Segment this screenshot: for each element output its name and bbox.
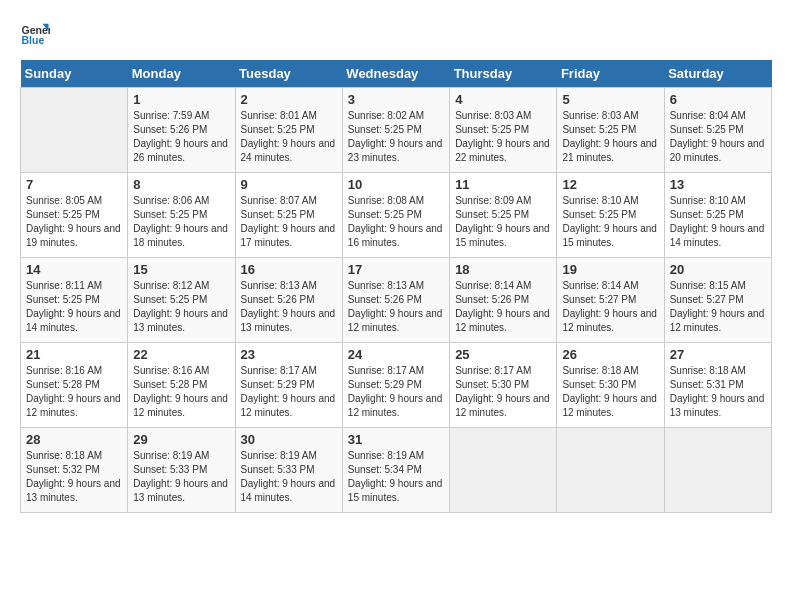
day-info: Sunrise: 8:13 AMSunset: 5:26 PMDaylight:… [348, 279, 444, 335]
day-info: Sunrise: 8:17 AMSunset: 5:29 PMDaylight:… [348, 364, 444, 420]
calendar-week-row: 14 Sunrise: 8:11 AMSunset: 5:25 PMDaylig… [21, 258, 772, 343]
day-info: Sunrise: 8:12 AMSunset: 5:25 PMDaylight:… [133, 279, 229, 335]
calendar-header-row: SundayMondayTuesdayWednesdayThursdayFrid… [21, 60, 772, 88]
calendar-cell: 29 Sunrise: 8:19 AMSunset: 5:33 PMDaylig… [128, 428, 235, 513]
day-number: 17 [348, 262, 444, 277]
calendar-cell: 13 Sunrise: 8:10 AMSunset: 5:25 PMDaylig… [664, 173, 771, 258]
calendar-cell: 14 Sunrise: 8:11 AMSunset: 5:25 PMDaylig… [21, 258, 128, 343]
calendar-cell: 18 Sunrise: 8:14 AMSunset: 5:26 PMDaylig… [450, 258, 557, 343]
calendar-cell: 24 Sunrise: 8:17 AMSunset: 5:29 PMDaylig… [342, 343, 449, 428]
day-number: 23 [241, 347, 337, 362]
day-info: Sunrise: 8:14 AMSunset: 5:26 PMDaylight:… [455, 279, 551, 335]
calendar-header-saturday: Saturday [664, 60, 771, 88]
calendar-cell: 28 Sunrise: 8:18 AMSunset: 5:32 PMDaylig… [21, 428, 128, 513]
day-info: Sunrise: 8:10 AMSunset: 5:25 PMDaylight:… [670, 194, 766, 250]
calendar-cell: 3 Sunrise: 8:02 AMSunset: 5:25 PMDayligh… [342, 88, 449, 173]
calendar-header-wednesday: Wednesday [342, 60, 449, 88]
day-number: 27 [670, 347, 766, 362]
calendar-cell: 1 Sunrise: 7:59 AMSunset: 5:26 PMDayligh… [128, 88, 235, 173]
day-number: 14 [26, 262, 122, 277]
calendar-week-row: 28 Sunrise: 8:18 AMSunset: 5:32 PMDaylig… [21, 428, 772, 513]
calendar-cell: 6 Sunrise: 8:04 AMSunset: 5:25 PMDayligh… [664, 88, 771, 173]
calendar-cell [557, 428, 664, 513]
page-header: General Blue [20, 20, 772, 50]
day-info: Sunrise: 8:19 AMSunset: 5:33 PMDaylight:… [241, 449, 337, 505]
calendar-cell: 27 Sunrise: 8:18 AMSunset: 5:31 PMDaylig… [664, 343, 771, 428]
day-info: Sunrise: 8:16 AMSunset: 5:28 PMDaylight:… [26, 364, 122, 420]
day-number: 15 [133, 262, 229, 277]
day-info: Sunrise: 8:02 AMSunset: 5:25 PMDaylight:… [348, 109, 444, 165]
day-number: 6 [670, 92, 766, 107]
calendar-cell: 25 Sunrise: 8:17 AMSunset: 5:30 PMDaylig… [450, 343, 557, 428]
day-info: Sunrise: 8:11 AMSunset: 5:25 PMDaylight:… [26, 279, 122, 335]
day-number: 24 [348, 347, 444, 362]
day-info: Sunrise: 8:15 AMSunset: 5:27 PMDaylight:… [670, 279, 766, 335]
day-number: 28 [26, 432, 122, 447]
calendar-header-sunday: Sunday [21, 60, 128, 88]
day-info: Sunrise: 7:59 AMSunset: 5:26 PMDaylight:… [133, 109, 229, 165]
calendar-cell: 7 Sunrise: 8:05 AMSunset: 5:25 PMDayligh… [21, 173, 128, 258]
day-number: 30 [241, 432, 337, 447]
calendar-cell: 17 Sunrise: 8:13 AMSunset: 5:26 PMDaylig… [342, 258, 449, 343]
calendar-cell: 9 Sunrise: 8:07 AMSunset: 5:25 PMDayligh… [235, 173, 342, 258]
day-info: Sunrise: 8:01 AMSunset: 5:25 PMDaylight:… [241, 109, 337, 165]
svg-text:Blue: Blue [22, 34, 45, 46]
day-info: Sunrise: 8:03 AMSunset: 5:25 PMDaylight:… [455, 109, 551, 165]
day-number: 22 [133, 347, 229, 362]
day-number: 31 [348, 432, 444, 447]
day-number: 20 [670, 262, 766, 277]
day-info: Sunrise: 8:17 AMSunset: 5:30 PMDaylight:… [455, 364, 551, 420]
day-info: Sunrise: 8:10 AMSunset: 5:25 PMDaylight:… [562, 194, 658, 250]
day-info: Sunrise: 8:04 AMSunset: 5:25 PMDaylight:… [670, 109, 766, 165]
calendar-cell: 20 Sunrise: 8:15 AMSunset: 5:27 PMDaylig… [664, 258, 771, 343]
day-info: Sunrise: 8:19 AMSunset: 5:34 PMDaylight:… [348, 449, 444, 505]
calendar-cell: 4 Sunrise: 8:03 AMSunset: 5:25 PMDayligh… [450, 88, 557, 173]
day-number: 4 [455, 92, 551, 107]
day-info: Sunrise: 8:07 AMSunset: 5:25 PMDaylight:… [241, 194, 337, 250]
calendar-cell: 16 Sunrise: 8:13 AMSunset: 5:26 PMDaylig… [235, 258, 342, 343]
day-number: 1 [133, 92, 229, 107]
day-info: Sunrise: 8:08 AMSunset: 5:25 PMDaylight:… [348, 194, 444, 250]
calendar-cell: 21 Sunrise: 8:16 AMSunset: 5:28 PMDaylig… [21, 343, 128, 428]
day-number: 5 [562, 92, 658, 107]
day-info: Sunrise: 8:17 AMSunset: 5:29 PMDaylight:… [241, 364, 337, 420]
day-number: 18 [455, 262, 551, 277]
calendar-cell: 22 Sunrise: 8:16 AMSunset: 5:28 PMDaylig… [128, 343, 235, 428]
day-number: 11 [455, 177, 551, 192]
day-info: Sunrise: 8:06 AMSunset: 5:25 PMDaylight:… [133, 194, 229, 250]
calendar-week-row: 21 Sunrise: 8:16 AMSunset: 5:28 PMDaylig… [21, 343, 772, 428]
calendar-cell: 26 Sunrise: 8:18 AMSunset: 5:30 PMDaylig… [557, 343, 664, 428]
calendar-table: SundayMondayTuesdayWednesdayThursdayFrid… [20, 60, 772, 513]
day-number: 2 [241, 92, 337, 107]
logo: General Blue [20, 20, 54, 50]
day-number: 21 [26, 347, 122, 362]
day-number: 9 [241, 177, 337, 192]
calendar-header-friday: Friday [557, 60, 664, 88]
day-number: 10 [348, 177, 444, 192]
day-number: 7 [26, 177, 122, 192]
day-info: Sunrise: 8:03 AMSunset: 5:25 PMDaylight:… [562, 109, 658, 165]
calendar-body: 1 Sunrise: 7:59 AMSunset: 5:26 PMDayligh… [21, 88, 772, 513]
day-number: 8 [133, 177, 229, 192]
day-number: 29 [133, 432, 229, 447]
day-info: Sunrise: 8:18 AMSunset: 5:30 PMDaylight:… [562, 364, 658, 420]
calendar-cell [450, 428, 557, 513]
day-info: Sunrise: 8:18 AMSunset: 5:31 PMDaylight:… [670, 364, 766, 420]
day-number: 3 [348, 92, 444, 107]
day-number: 26 [562, 347, 658, 362]
day-number: 13 [670, 177, 766, 192]
day-info: Sunrise: 8:19 AMSunset: 5:33 PMDaylight:… [133, 449, 229, 505]
calendar-cell [21, 88, 128, 173]
day-info: Sunrise: 8:05 AMSunset: 5:25 PMDaylight:… [26, 194, 122, 250]
calendar-cell: 12 Sunrise: 8:10 AMSunset: 5:25 PMDaylig… [557, 173, 664, 258]
calendar-cell: 5 Sunrise: 8:03 AMSunset: 5:25 PMDayligh… [557, 88, 664, 173]
day-info: Sunrise: 8:16 AMSunset: 5:28 PMDaylight:… [133, 364, 229, 420]
calendar-week-row: 1 Sunrise: 7:59 AMSunset: 5:26 PMDayligh… [21, 88, 772, 173]
calendar-cell: 30 Sunrise: 8:19 AMSunset: 5:33 PMDaylig… [235, 428, 342, 513]
calendar-cell: 15 Sunrise: 8:12 AMSunset: 5:25 PMDaylig… [128, 258, 235, 343]
calendar-header-monday: Monday [128, 60, 235, 88]
calendar-cell: 2 Sunrise: 8:01 AMSunset: 5:25 PMDayligh… [235, 88, 342, 173]
calendar-header-tuesday: Tuesday [235, 60, 342, 88]
day-info: Sunrise: 8:14 AMSunset: 5:27 PMDaylight:… [562, 279, 658, 335]
calendar-header-thursday: Thursday [450, 60, 557, 88]
